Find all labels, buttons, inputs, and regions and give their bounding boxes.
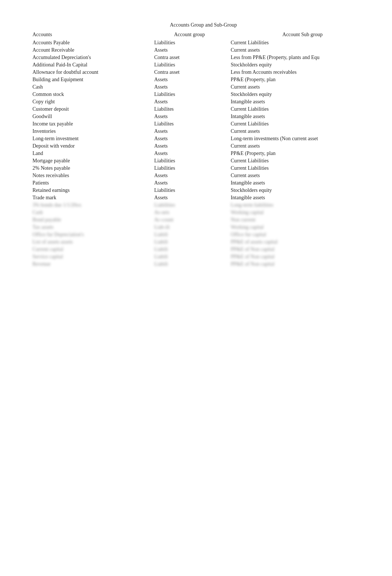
cell-subgroup: Current assets	[228, 83, 377, 91]
table-row: Account ReceivableAssetsCurrent assets	[30, 46, 377, 54]
cell-group: Assets	[151, 113, 228, 120]
cell-group: Liabilities	[151, 61, 228, 69]
cell-subgroup: Intangible assets	[228, 179, 377, 187]
cell-subgroup-blurred: Office fur capital	[228, 231, 377, 238]
cell-account: Inventories	[30, 128, 151, 135]
cell-account-blurred: Current capital	[30, 246, 151, 253]
cell-account: Trade mark	[30, 194, 151, 201]
cell-group: Assets	[151, 46, 228, 54]
cell-group: Assets	[151, 76, 228, 83]
cell-account: Accumulated Depreciation's	[30, 54, 151, 61]
cell-group-blurred: Liabili	[151, 246, 228, 253]
cell-account: 3% bonds due 1/1/20xx	[30, 201, 151, 209]
cell-subgroup: Intangible assets	[228, 194, 377, 201]
cell-account: Cash	[30, 83, 151, 91]
cell-account: Additional Paid-In Capital	[30, 61, 151, 69]
cell-account: Account Receivable	[30, 46, 151, 54]
cell-account: 2% Notes payable	[30, 165, 151, 172]
cell-account: Income tax payable	[30, 120, 151, 128]
cell-subgroup: Intangible assets	[228, 113, 377, 120]
cell-subgroup: Long-term liabilities	[228, 201, 377, 209]
cell-subgroup: Current Liabilities	[228, 120, 377, 128]
cell-subgroup-blurred: PP&E of Non capital	[228, 246, 377, 253]
table-row: CashAs-setsWorking capital	[30, 209, 377, 216]
cell-account-blurred: Revenue	[30, 261, 151, 268]
table-row: InventoriesAssetsCurrent assets	[30, 128, 377, 135]
cell-group-blurred: Liabili	[151, 253, 228, 261]
table-row: Accumulated Depreciation'sContra assetLe…	[30, 54, 377, 61]
cell-subgroup: Current assets	[228, 46, 377, 54]
cell-subgroup: Current Liabilities	[228, 106, 377, 113]
cell-account: Mortgage payable	[30, 157, 151, 165]
cell-account-blurred: Service capital	[30, 253, 151, 261]
table-row: Long-term investmentAssetsLong-term inve…	[30, 135, 377, 142]
cell-subgroup-blurred: Working capital	[228, 224, 377, 231]
cell-group: Liabilites	[151, 120, 228, 128]
cell-account: Notes receivables	[30, 172, 151, 179]
table-row: Copy rightAssetsIntangible assets	[30, 98, 377, 106]
cell-account-blurred: List of assets assets	[30, 238, 151, 246]
cell-subgroup-blurred: Working capital	[228, 209, 377, 216]
cell-account: Patients	[30, 179, 151, 187]
cell-group: Assets	[151, 172, 228, 179]
cell-subgroup: PP&E (Property, plan	[228, 150, 377, 157]
cell-group-blurred: Liab-ili	[151, 224, 228, 231]
table-row: Allownace for doubtful accountContra ass…	[30, 69, 377, 76]
cell-account: Goodwill	[30, 113, 151, 120]
cell-subgroup: Long-term investments (Non current asset	[228, 135, 377, 142]
cell-account-blurred: Cash	[30, 209, 151, 216]
cell-subgroup: Current assets	[228, 142, 377, 150]
table-row: Service capitalLiabiliPP&E of Non capita…	[30, 253, 377, 261]
cell-group: Contra asset	[151, 69, 228, 76]
cell-subgroup: PP&E (Property, plan	[228, 76, 377, 83]
cell-subgroup: Stockholders equity	[228, 187, 377, 194]
cell-account: Land	[30, 150, 151, 157]
cell-account-blurred: Office fur Depreciation's	[30, 231, 151, 238]
cell-group: Assets	[151, 150, 228, 157]
cell-subgroup-blurred: Non current	[228, 216, 377, 224]
table-row: 2% Notes payableLiabilitiesCurrent Liabi…	[30, 165, 377, 172]
cell-group: Liabilities	[151, 187, 228, 194]
cell-subgroup: Stockholders equity	[228, 61, 377, 69]
cell-group-blurred: Liabili	[151, 261, 228, 268]
cell-account: Building and Equipment	[30, 76, 151, 83]
table-row: Tax assetsLiab-iliWorking capital	[30, 224, 377, 231]
table-row: Customer depositLiabilitesCurrent Liabil…	[30, 106, 377, 113]
cell-subgroup: Intangible assets	[228, 98, 377, 106]
header-account: Accounts	[30, 31, 151, 39]
cell-subgroup: Current Liabilities	[228, 39, 377, 46]
cell-account: Copy right	[30, 98, 151, 106]
table-row: GoodwillAssetsIntangible assets	[30, 113, 377, 120]
cell-group: Liabilities	[151, 201, 228, 209]
cell-account: Allownace for doubtful account	[30, 69, 151, 76]
header-subgroup: Account Sub group	[228, 31, 377, 39]
cell-group: Assets	[151, 135, 228, 142]
cell-group: Contra asset	[151, 54, 228, 61]
table-row: Retained earningsLiabilitiesStockholders…	[30, 187, 377, 194]
cell-group-blurred: Ac-count	[151, 216, 228, 224]
cell-subgroup: Less from PP&E (Property, plants and Equ	[228, 54, 377, 61]
table-row: Mortgage payableLiabilitiesCurrent Liabi…	[30, 157, 377, 165]
cell-group: Assets	[151, 179, 228, 187]
cell-subgroup: Stockholders equity	[228, 91, 377, 98]
cell-group: Assets	[151, 128, 228, 135]
cell-subgroup: Less from Accounts receivables	[228, 69, 377, 76]
cell-account: Retained earnings	[30, 187, 151, 194]
header-group: Account group	[151, 31, 228, 39]
table-row: Trade markAssetsIntangible assets	[30, 194, 377, 201]
table-row: CashAssetsCurrent assets	[30, 83, 377, 91]
cell-group: Assets	[151, 142, 228, 150]
table-row: Office fur Depreciation'sLiabiliOffice f…	[30, 231, 377, 238]
cell-group: Assets	[151, 98, 228, 106]
table-header-row: Accounts Account group Account Sub group	[30, 31, 377, 39]
page-title: Accounts Group and Sub-Group	[30, 22, 377, 28]
cell-subgroup-blurred: PP&E of assets capital	[228, 238, 377, 246]
cell-group: Liabilities	[151, 165, 228, 172]
cell-account: Common stock	[30, 91, 151, 98]
table-row: Notes receivablesAssetsCurrent assets	[30, 172, 377, 179]
cell-account: Accounts Payable	[30, 39, 151, 46]
cell-account: Long-term investment	[30, 135, 151, 142]
cell-group: Liabilities	[151, 91, 228, 98]
table-row: Bond payableAc-countNon current	[30, 216, 377, 224]
cell-subgroup: Current Liabilities	[228, 165, 377, 172]
